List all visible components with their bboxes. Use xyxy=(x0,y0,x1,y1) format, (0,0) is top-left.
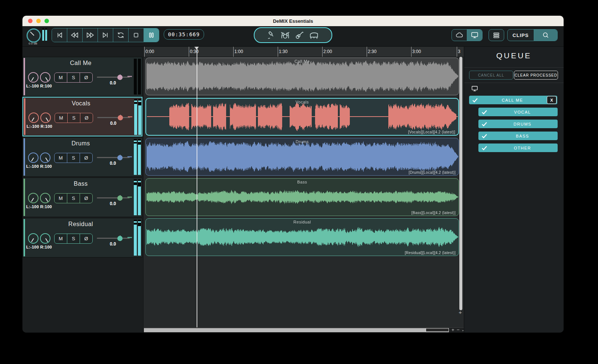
remove-job-button[interactable]: X xyxy=(547,96,557,104)
rewind-button[interactable] xyxy=(67,28,83,42)
stop-button[interactable] xyxy=(129,28,144,42)
master-volume-knob[interactable] xyxy=(27,28,41,43)
clip-version-tag: [Drums][Local][4.2 (latest)] xyxy=(409,170,456,175)
pan-left-knob[interactable] xyxy=(28,193,38,203)
solo-button[interactable]: S xyxy=(67,73,80,82)
queue-stem-drums[interactable]: DRUMS xyxy=(478,120,558,128)
queue-stem-other[interactable]: OTHER xyxy=(478,144,558,152)
cancel-all-button[interactable]: CANCEL ALL xyxy=(469,71,513,80)
microphone-icon[interactable] xyxy=(266,30,276,40)
clear-processed-button[interactable]: CLEAR PROCESSED xyxy=(514,71,558,80)
volume-fader[interactable] xyxy=(97,197,130,198)
phase-button[interactable]: Ø xyxy=(80,153,92,163)
playhead-line[interactable] xyxy=(197,47,197,328)
solo-button[interactable]: S xyxy=(67,153,80,163)
track-header-panel: Call Me M S Ø 0.0 L:-100 R:100 Vocals xyxy=(22,47,143,333)
fader-value: 0.0 xyxy=(104,201,122,206)
pan-left-knob[interactable] xyxy=(28,112,39,123)
volume-fader[interactable] xyxy=(97,157,130,158)
solo-button[interactable]: S xyxy=(68,113,80,123)
clip-label: Call Me xyxy=(146,59,459,64)
fader-handle[interactable] xyxy=(118,115,123,120)
horizontal-scrollbar-thumb[interactable] xyxy=(426,328,449,332)
pan-center-mark xyxy=(127,156,132,157)
fast-forward-button[interactable] xyxy=(83,28,98,42)
fader-handle[interactable] xyxy=(117,195,123,201)
monitor-icon[interactable] xyxy=(467,30,482,41)
mute-button[interactable]: M xyxy=(55,194,67,203)
horizontal-scrollbar[interactable] xyxy=(144,328,449,332)
menu-button[interactable] xyxy=(488,29,504,41)
clip-version-tag: [Bass][Local][4.2 (latest)] xyxy=(411,211,456,215)
queue-job-call-me[interactable]: CALL ME X xyxy=(469,96,557,104)
volume-fader[interactable] xyxy=(97,238,130,239)
drumkit-icon[interactable] xyxy=(280,30,290,40)
clip-residual[interactable]: Residual [Residual][Local][4.2 (latest)] xyxy=(145,218,459,256)
phase-button[interactable]: Ø xyxy=(80,113,93,123)
minimize-window-button[interactable] xyxy=(36,19,41,23)
clip-vocals[interactable]: Vocals [Vocals][Local][4.2 (latest)] xyxy=(145,98,459,136)
vertical-zoom-in-button[interactable]: + xyxy=(459,309,462,315)
fader-handle[interactable] xyxy=(117,75,123,80)
clip-call-me[interactable]: Call Me xyxy=(145,58,459,95)
check-icon xyxy=(472,98,478,103)
fader-handle[interactable] xyxy=(117,236,123,241)
pan-values: L:-100 R:100 xyxy=(26,245,52,249)
skip-to-start-button[interactable] xyxy=(52,28,67,42)
track-name: Call Me xyxy=(23,60,139,67)
track-header-residual[interactable]: Residual M S Ø 0.0 L:-100 R:100 xyxy=(22,218,142,257)
pan-right-knob[interactable] xyxy=(40,112,51,123)
pause-button[interactable] xyxy=(144,28,159,42)
phase-button[interactable]: Ø xyxy=(80,234,92,243)
solo-button[interactable]: S xyxy=(67,234,80,243)
pan-center-mark xyxy=(128,116,132,117)
skip-to-end-button[interactable] xyxy=(98,28,113,42)
phase-button[interactable]: Ø xyxy=(80,194,92,203)
zoom-in-button[interactable]: + xyxy=(451,327,454,333)
waveform-bass xyxy=(147,179,458,215)
time-display[interactable]: 00:35:669 xyxy=(164,29,204,40)
pan-right-knob[interactable] xyxy=(40,193,50,203)
divider xyxy=(464,67,564,68)
volume-fader[interactable] xyxy=(97,77,130,78)
close-window-button[interactable] xyxy=(28,19,33,23)
mute-button[interactable]: M xyxy=(55,73,67,82)
cloud-icon[interactable] xyxy=(452,30,467,41)
clip-drums[interactable]: Drums [Drums][Local][4.2 (latest)] xyxy=(145,138,459,176)
clips-button[interactable]: CLIPS xyxy=(508,30,534,41)
guitar-icon[interactable] xyxy=(294,30,305,40)
track-header-call-me[interactable]: Call Me M S Ø 0.0 L:-100 R:100 xyxy=(22,57,142,96)
volume-fader[interactable] xyxy=(97,117,130,118)
pan-right-knob[interactable] xyxy=(40,233,50,244)
mute-button[interactable]: M xyxy=(55,153,67,163)
timeline-ruler[interactable]: 0:00 0:30 1:00 1:30 2:00 2:30 3:00 3 xyxy=(144,47,464,57)
mute-button[interactable]: M xyxy=(55,113,68,123)
maximize-window-button[interactable] xyxy=(44,19,49,23)
clip-bass[interactable]: Bass [Bass][Local][4.2 (latest)] xyxy=(145,178,459,216)
clip-label: Residual xyxy=(146,220,459,224)
track-header-drums[interactable]: Drums M S Ø 0.0 L:-100 R:100 xyxy=(22,137,142,177)
mute-button[interactable]: M xyxy=(55,234,67,243)
pan-left-knob[interactable] xyxy=(28,72,38,83)
track-header-vocals[interactable]: Vocals M S Ø 0.0 L:-100 R:100 xyxy=(22,97,142,136)
pan-right-knob[interactable] xyxy=(40,72,50,83)
pan-left-knob[interactable] xyxy=(28,152,38,163)
pan-values: L:-100 R:100 xyxy=(26,204,52,209)
track-header-bass[interactable]: Bass M S Ø 0.0 L:-100 R:100 xyxy=(22,178,142,217)
pan-center-mark xyxy=(127,76,132,77)
queue-stem-label: VOCAL xyxy=(487,110,558,114)
solo-button[interactable]: S xyxy=(67,194,80,203)
queue-stem-vocal[interactable]: VOCAL xyxy=(478,108,558,116)
pan-values: L:-100 R:100 xyxy=(26,84,52,88)
search-button[interactable] xyxy=(534,30,557,41)
search-icon xyxy=(542,31,549,39)
piano-icon[interactable] xyxy=(308,30,320,40)
pan-left-knob[interactable] xyxy=(28,233,38,244)
loop-button[interactable] xyxy=(113,28,129,42)
vertical-scrollbar[interactable] xyxy=(459,57,462,310)
queue-stem-bass[interactable]: BASS xyxy=(478,132,558,140)
phase-button[interactable]: Ø xyxy=(80,73,92,82)
zoom-out-button[interactable]: − xyxy=(457,327,460,333)
fader-handle[interactable] xyxy=(117,155,123,160)
pan-right-knob[interactable] xyxy=(40,152,50,163)
